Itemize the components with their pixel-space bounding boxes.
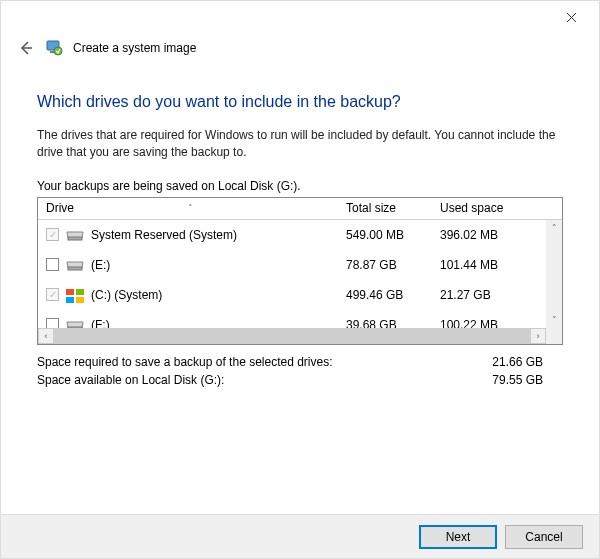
header-row: Create a system image	[1, 31, 599, 63]
cell-total: 78.87 GB	[346, 258, 440, 272]
col-header-drive[interactable]: Drive ˄	[38, 201, 346, 215]
svg-rect-10	[66, 297, 74, 303]
table-row[interactable]: ✓(C:) (System)499.46 GB21.27 GB	[38, 280, 562, 310]
close-icon	[566, 12, 577, 23]
cell-used: 396.02 MB	[440, 228, 536, 242]
content-area: Which drives do you want to include in t…	[1, 63, 599, 387]
table-header[interactable]: Drive ˄ Total size Used space	[38, 198, 562, 220]
svg-rect-8	[66, 289, 74, 295]
page-title: Create a system image	[73, 41, 196, 55]
cell-drive: (E:)	[38, 258, 346, 272]
table-row[interactable]: (E:)78.87 GB101.44 MB	[38, 250, 562, 280]
next-button[interactable]: Next	[419, 525, 497, 549]
hard-drive-icon	[65, 228, 85, 242]
cell-total: 499.46 GB	[346, 288, 440, 302]
back-arrow-icon	[18, 40, 34, 56]
drive-name: (C:) (System)	[91, 288, 162, 302]
drive-name: System Reserved (System)	[91, 228, 237, 242]
drive-checkbox: ✓	[46, 288, 59, 301]
svg-rect-11	[76, 297, 84, 303]
drive-table: Drive ˄ Total size Used space ✓System Re…	[37, 197, 563, 345]
scroll-up-icon[interactable]: ˄	[546, 220, 562, 236]
heading: Which drives do you want to include in t…	[37, 93, 563, 111]
cell-total: 549.00 MB	[346, 228, 440, 242]
vertical-scrollbar[interactable]: ˄ ˅	[546, 220, 562, 328]
table-rows: ✓System Reserved (System)549.00 MB396.02…	[38, 220, 562, 329]
drive-name: (E:)	[91, 258, 110, 272]
summary-available-label: Space available on Local Disk (G:):	[37, 373, 224, 387]
drive-checkbox[interactable]	[46, 258, 59, 271]
cell-used: 101.44 MB	[440, 258, 536, 272]
scroll-right-icon[interactable]: ›	[530, 328, 546, 344]
summary-required-label: Space required to save a backup of the s…	[37, 355, 333, 369]
svg-rect-6	[68, 237, 82, 240]
scroll-track[interactable]	[54, 328, 530, 344]
close-button[interactable]	[551, 5, 591, 29]
scroll-corner	[546, 328, 562, 344]
drive-checkbox: ✓	[46, 228, 59, 241]
col-header-total[interactable]: Total size	[346, 201, 440, 215]
col-header-drive-label: Drive	[46, 201, 74, 215]
sort-indicator-icon: ˄	[188, 203, 193, 213]
col-header-used[interactable]: Used space	[440, 201, 536, 215]
table-row[interactable]: ✓System Reserved (System)549.00 MB396.02…	[38, 220, 562, 250]
hard-drive-icon	[65, 258, 85, 272]
summary-available-row: Space available on Local Disk (G:): 79.5…	[37, 373, 563, 387]
scroll-left-icon[interactable]: ‹	[38, 328, 54, 344]
summary-required-row: Space required to save a backup of the s…	[37, 355, 563, 369]
scroll-thumb[interactable]	[54, 328, 530, 344]
table-row[interactable]: (F:)39.68 GB100.22 MB	[38, 310, 562, 329]
summary-required-value: 21.66 GB	[492, 355, 543, 369]
svg-rect-9	[76, 289, 84, 295]
cancel-button[interactable]: Cancel	[505, 525, 583, 549]
next-button-label: Next	[446, 530, 471, 544]
saved-on-label: Your backups are being saved on Local Di…	[37, 179, 563, 193]
svg-rect-7	[68, 267, 82, 270]
back-button[interactable]	[17, 39, 35, 57]
summary-available-value: 79.55 GB	[492, 373, 543, 387]
horizontal-scrollbar[interactable]: ‹ ›	[38, 328, 546, 344]
cell-drive: ✓(C:) (System)	[38, 288, 346, 302]
cell-used: 21.27 GB	[440, 288, 536, 302]
description: The drives that are required for Windows…	[37, 127, 563, 161]
windows-drive-icon	[65, 288, 85, 302]
app-icon	[45, 39, 63, 57]
summary: Space required to save a backup of the s…	[37, 355, 563, 387]
scroll-down-icon[interactable]: ˅	[546, 312, 562, 328]
cell-drive: ✓System Reserved (System)	[38, 228, 346, 242]
titlebar	[1, 1, 599, 31]
footer: Next Cancel	[1, 514, 599, 558]
